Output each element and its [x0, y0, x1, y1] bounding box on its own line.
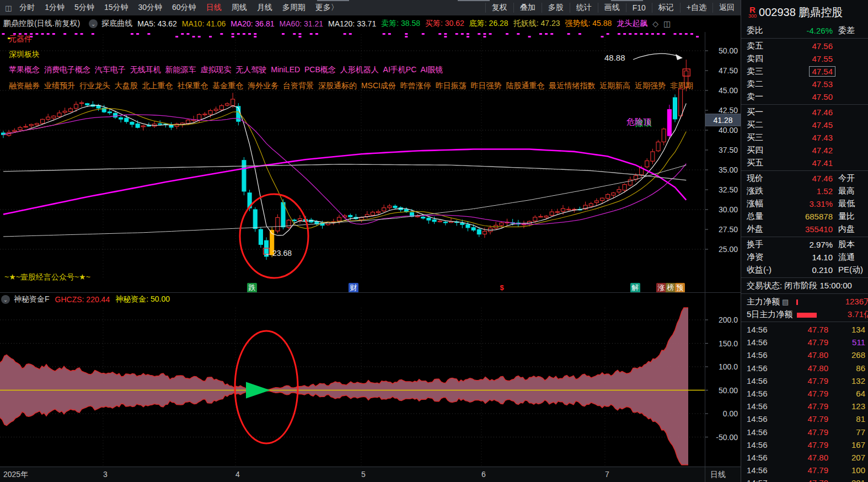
main-candlestick-chart[interactable]: 50.0047.5045.0042.5040.0037.5035.0032.50… [0, 32, 741, 281]
toolbar-item-更多〉[interactable]: 更多〉 [310, 3, 344, 13]
toolbar-item-统计[interactable]: 统计 [570, 3, 598, 13]
tick-time: 14:56 [747, 401, 782, 411]
ask-row-卖三[interactable]: 卖三47.54 [741, 65, 868, 78]
candle-body [203, 114, 207, 115]
bid-price: 47.43 [775, 133, 833, 142]
tick-row: 14:5647.79100 [741, 464, 868, 476]
toolbar-item-周线[interactable]: 周线 [227, 3, 252, 13]
tick-price: 47.79 [782, 414, 828, 424]
toolbar-item-1分钟[interactable]: 1分钟 [40, 3, 69, 13]
bid-label: 买二 [747, 120, 775, 130]
bid-row-买一[interactable]: 买一47.46 [741, 106, 868, 119]
ask-price: 47.55 [775, 54, 833, 63]
tick-list[interactable]: 14:5647.7813414:5647.7951114:5647.802681… [741, 323, 868, 482]
ask-price-value: 47.55 [812, 54, 833, 63]
signal-dash [405, 36, 408, 38]
toolbar-item-60分钟[interactable]: 60分钟 [167, 3, 201, 13]
event-badge-涨[interactable]: 涨 [656, 283, 666, 293]
event-badge-跌[interactable]: 跌 [247, 283, 257, 293]
candle-body [416, 216, 420, 217]
toolbar-item-分时[interactable]: 分时 [14, 3, 40, 13]
ask-row-卖五[interactable]: 卖五47.56 [741, 40, 868, 52]
toolbar-item-30分钟[interactable]: 30分钟 [133, 3, 167, 13]
toolbar-item-15分钟[interactable]: 15分钟 [99, 3, 133, 13]
divider [741, 277, 868, 278]
tick-volume: 123 [828, 401, 868, 411]
toolbar-item-日线[interactable]: 日线 [201, 3, 227, 13]
signal-dash [646, 33, 649, 35]
tick-row: 14:5647.7981 [741, 413, 868, 425]
event-badge-预[interactable]: 预 [675, 283, 685, 293]
collapse-icon[interactable]: ⌄ [89, 19, 98, 28]
toolbar-item-标记[interactable]: 标记 [652, 3, 680, 13]
tick-price: 47.78 [782, 325, 828, 334]
list-icon[interactable]: ▤ [782, 298, 789, 306]
candle-body [253, 210, 257, 229]
collapse-icon[interactable]: ⌄ [1, 295, 10, 304]
y-axis-label: 47.50 [719, 66, 738, 75]
candle-body [471, 228, 475, 231]
window-icon[interactable]: ◫ [5, 4, 12, 12]
signal-dash [131, 33, 133, 35]
candle-body [231, 99, 235, 106]
weicha-label: 委差 [833, 25, 868, 36]
toolbar-item-叠加[interactable]: 叠加 [513, 3, 542, 13]
axis-period-label[interactable]: 日线 [710, 470, 726, 480]
tick-volume: 86 [828, 363, 868, 373]
signal-dash [640, 33, 643, 35]
toolbar-item-返回[interactable]: 返回 [712, 3, 741, 13]
bid-row-买四[interactable]: 买四47.42 [741, 144, 868, 157]
ask-price: 47.53 [775, 79, 833, 89]
event-badge-榜[interactable]: 榜 [666, 283, 676, 293]
event-badge-解[interactable]: 解 [630, 283, 640, 293]
tick-row: 14:5647.7977 [741, 426, 868, 438]
candle-body [349, 215, 352, 217]
event-badge-财[interactable]: 财 [349, 283, 358, 293]
toolbar-item-月线[interactable]: 月线 [252, 3, 277, 13]
toolbar-item-多股[interactable]: 多股 [542, 3, 570, 13]
signal-dash [254, 33, 256, 35]
chart-title: 鹏鼎控股(日线.前复权) [3, 19, 80, 29]
bid-row-买五[interactable]: 买五47.41 [741, 157, 868, 169]
high-price-label: 48.88 [604, 53, 625, 62]
info-row-外盘: 外盘355410内盘 [741, 223, 868, 235]
divider [741, 237, 868, 237]
tick-time: 14:56 [747, 440, 782, 449]
flow5-row[interactable]: 5日主力净额3.71亿 [741, 308, 868, 320]
stock-title[interactable]: R300002938 鹏鼎控股 [741, 0, 868, 24]
indicator-name: 神秘资金F [14, 294, 50, 304]
event-badge-$[interactable]: $ [497, 283, 507, 293]
ask-row-卖一[interactable]: 卖一47.50 [741, 90, 868, 103]
panel-toggle-icon[interactable]: ◫ [663, 19, 671, 28]
tick-volume: 64 [828, 389, 868, 398]
signal-dash [651, 33, 654, 35]
ask-label: 卖一 [747, 92, 775, 102]
bid-row-买二[interactable]: 买二47.45 [741, 119, 868, 131]
toolbar-item-5分钟[interactable]: 5分钟 [69, 3, 99, 13]
candle-body [388, 206, 392, 207]
ask-label: 卖三 [747, 66, 775, 77]
tick-volume: 134 [828, 325, 868, 334]
candle-body [606, 195, 610, 199]
bid-row-买三[interactable]: 买三47.43 [741, 131, 868, 144]
toolbar-item-F10[interactable]: F10 [626, 3, 652, 12]
toolbar-item-复权[interactable]: 复权 [485, 3, 513, 13]
toolbar-item-画线[interactable]: 画线 [598, 3, 626, 13]
signal-dash [243, 33, 245, 35]
main-net-flow-row[interactable]: 主力净额▤1236万 [741, 295, 868, 308]
info-value: 3.31% [775, 199, 833, 208]
fund-indicator-chart[interactable]: 200.0150.0100.050.000.00-50.00 [0, 307, 741, 467]
ask-row-卖四[interactable]: 卖四47.55 [741, 52, 868, 65]
ma-line-MA60 [3, 149, 686, 215]
ask-row-卖二[interactable]: 卖二47.53 [741, 78, 868, 90]
signal-dash [198, 36, 201, 38]
signal-dash [674, 33, 677, 35]
y-axis-label: 25.00 [719, 245, 738, 254]
tick-row: 14:5747.79281 [741, 476, 868, 482]
toolbar-item-多周期[interactable]: 多周期 [277, 3, 310, 13]
toolbar-item-+自选[interactable]: +自选 [680, 3, 712, 13]
y-axis-label: 100.0 [719, 362, 738, 371]
signal-dash [298, 36, 301, 38]
y-axis-label: 40.00 [719, 126, 738, 135]
indicator-name: 探底曲线 [101, 19, 132, 29]
